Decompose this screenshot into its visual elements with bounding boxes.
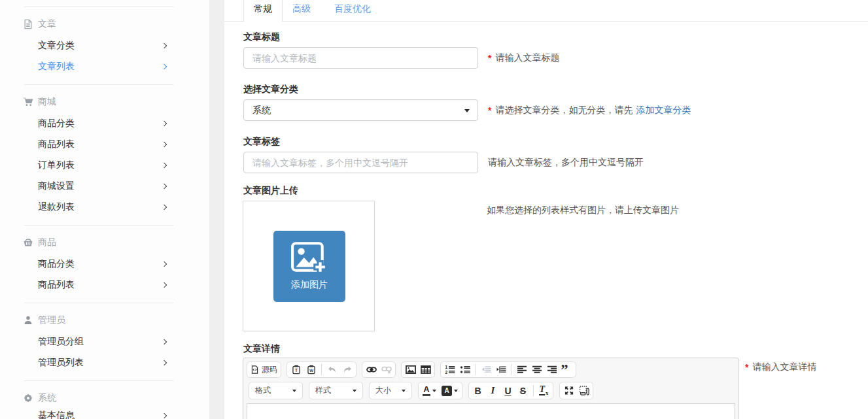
article-image-label: 文章图片上传 bbox=[243, 186, 298, 195]
sidebar-section-mall: 商城 商品分类 商品列表 订单列表 商城设置 退款列表 bbox=[0, 84, 209, 218]
sidebar-header-label: 文章 bbox=[38, 18, 56, 30]
combo-arrow-icon bbox=[353, 390, 356, 392]
sidebar-header-mall[interactable]: 商城 bbox=[0, 92, 209, 112]
strikethrough-button[interactable]: S bbox=[515, 384, 530, 397]
article-tags-tip: 请输入文章标签，多个用中文逗号隔开 bbox=[488, 152, 644, 173]
outdent-button[interactable] bbox=[478, 363, 493, 377]
sidebar-divider bbox=[24, 84, 173, 85]
blockquote-button[interactable]: ” bbox=[559, 363, 574, 377]
maximize-icon bbox=[564, 386, 574, 395]
insert-table-button[interactable] bbox=[418, 363, 433, 377]
chevron-right-icon bbox=[162, 43, 167, 48]
combo-arrow-icon bbox=[454, 390, 458, 392]
numbered-list-icon: 1 2 bbox=[445, 365, 455, 375]
sidebar-item-label: 管理员列表 bbox=[38, 357, 84, 369]
remove-format-button[interactable]: T x bbox=[536, 384, 551, 397]
underline-button[interactable]: U bbox=[500, 384, 515, 397]
sidebar-item-article-list[interactable]: 文章列表 bbox=[0, 56, 209, 77]
sidebar-section-system: 系统 基本信息 bbox=[0, 380, 209, 419]
required-asterisk: * bbox=[745, 362, 748, 373]
svg-text:1: 1 bbox=[445, 365, 447, 369]
chevron-right-icon bbox=[162, 64, 167, 69]
link-button[interactable] bbox=[364, 363, 379, 377]
sidebar-header-admin[interactable]: 管理员 bbox=[0, 310, 209, 331]
sidebar-item-goods-category[interactable]: 商品分类 bbox=[0, 113, 209, 134]
required-asterisk: * bbox=[488, 53, 491, 63]
unlink-button[interactable] bbox=[379, 363, 394, 377]
category-select[interactable]: 系统 bbox=[243, 99, 478, 121]
article-title-input[interactable] bbox=[243, 47, 478, 69]
sidebar-item-admin-group[interactable]: 管理员分组 bbox=[0, 331, 209, 352]
tab-advanced[interactable]: 高级 bbox=[283, 0, 321, 22]
show-blocks-button[interactable] bbox=[576, 384, 591, 397]
required-asterisk: * bbox=[488, 105, 491, 116]
align-left-icon bbox=[517, 365, 527, 375]
sidebar-item-mall-settings[interactable]: 商城设置 bbox=[0, 176, 209, 197]
maximize-button[interactable] bbox=[561, 384, 576, 397]
insert-image-button[interactable] bbox=[403, 363, 418, 377]
svg-text:”: ” bbox=[561, 361, 568, 378]
sidebar-header-product[interactable]: 商品 bbox=[0, 232, 209, 253]
italic-button[interactable]: I bbox=[485, 384, 500, 397]
article-image-tip: 如果您选择的列表样式有图片，请上传文章图片 bbox=[487, 201, 679, 220]
align-right-icon bbox=[547, 365, 557, 375]
sidebar-divider bbox=[24, 380, 173, 381]
sidebar-item-goods-list[interactable]: 商品列表 bbox=[0, 134, 209, 155]
sidebar-section-admin: 管理员 管理员分组 管理员列表 bbox=[0, 303, 209, 373]
tip-text: 如果您选择的列表样式有图片，请上传文章图片 bbox=[487, 205, 679, 216]
bold-button[interactable]: B bbox=[470, 384, 485, 397]
chevron-right-icon bbox=[162, 205, 167, 210]
editor-content-area[interactable] bbox=[247, 403, 735, 419]
size-combo[interactable]: 大小 bbox=[369, 382, 412, 399]
source-button[interactable]: 源码 bbox=[249, 364, 279, 375]
toolbar-separator bbox=[475, 364, 476, 375]
sidebar-item-label: 订单列表 bbox=[38, 159, 75, 171]
paste-text-button[interactable]: T bbox=[288, 363, 304, 377]
sidebar-item-article-category[interactable]: 文章分类 bbox=[0, 35, 209, 56]
category-select-value: 系统 bbox=[252, 105, 271, 116]
bullet-list-icon bbox=[460, 365, 470, 375]
sidebar-item-basic-info[interactable]: 基本信息 bbox=[0, 405, 209, 419]
sidebar-item-product-category[interactable]: 商品分类 bbox=[0, 254, 209, 275]
chevron-right-icon bbox=[162, 163, 167, 168]
tip-text: 请输入文章标题 bbox=[495, 52, 559, 64]
sidebar-item-admin-list[interactable]: 管理员列表 bbox=[0, 352, 209, 373]
tab-seo[interactable]: 百度优化 bbox=[324, 0, 381, 22]
tabbar: 常规 高级 百度优化 bbox=[224, 0, 868, 22]
tip-text: 请输入文章标签，多个用中文逗号隔开 bbox=[488, 157, 644, 169]
redo-button[interactable] bbox=[339, 363, 355, 377]
numbered-list-button[interactable]: 1 2 bbox=[442, 363, 457, 377]
article-tags-label: 文章标签 bbox=[243, 137, 280, 146]
blockquote-icon: ” bbox=[562, 365, 572, 375]
sidebar-item-refund-list[interactable]: 退款列表 bbox=[0, 197, 209, 218]
tab-general[interactable]: 常规 bbox=[243, 0, 283, 22]
sidebar-header-label: 管理员 bbox=[38, 314, 65, 326]
combo-arrow-icon bbox=[292, 390, 296, 392]
align-center-button[interactable] bbox=[529, 363, 544, 377]
sidebar-item-product-list[interactable]: 商品列表 bbox=[0, 275, 209, 295]
sidebar-divider bbox=[24, 7, 173, 7]
sidebar-header-label: 商城 bbox=[38, 96, 56, 108]
toolbar-separator bbox=[533, 385, 534, 396]
add-image-button[interactable]: 添加图片 bbox=[273, 231, 345, 302]
sidebar-header-article[interactable]: 文章 bbox=[0, 14, 209, 35]
sidebar-item-label: 商品分类 bbox=[38, 258, 75, 270]
add-category-link[interactable]: 添加文章分类 bbox=[636, 105, 691, 116]
sidebar-section-article: 文章 文章分类 文章列表 bbox=[0, 7, 209, 77]
sidebar-divider bbox=[24, 303, 173, 303]
toolbar-group-link bbox=[362, 361, 396, 378]
undo-button[interactable] bbox=[324, 363, 339, 377]
paste-word-button[interactable]: W bbox=[304, 363, 319, 377]
indent-button[interactable] bbox=[493, 363, 508, 377]
styles-combo[interactable]: 样式 bbox=[309, 382, 363, 399]
background-color-button[interactable]: A bbox=[439, 386, 460, 396]
text-color-button[interactable]: A bbox=[420, 385, 439, 396]
align-left-button[interactable] bbox=[514, 363, 529, 377]
align-right-button[interactable] bbox=[544, 363, 559, 377]
bullet-list-button[interactable] bbox=[457, 363, 472, 377]
sidebar-item-order-list[interactable]: 订单列表 bbox=[0, 155, 209, 176]
size-combo-label: 大小 bbox=[375, 385, 391, 396]
format-combo[interactable]: 格式 bbox=[249, 382, 303, 399]
article-tags-input[interactable] bbox=[243, 152, 478, 173]
chevron-right-icon bbox=[162, 184, 167, 189]
